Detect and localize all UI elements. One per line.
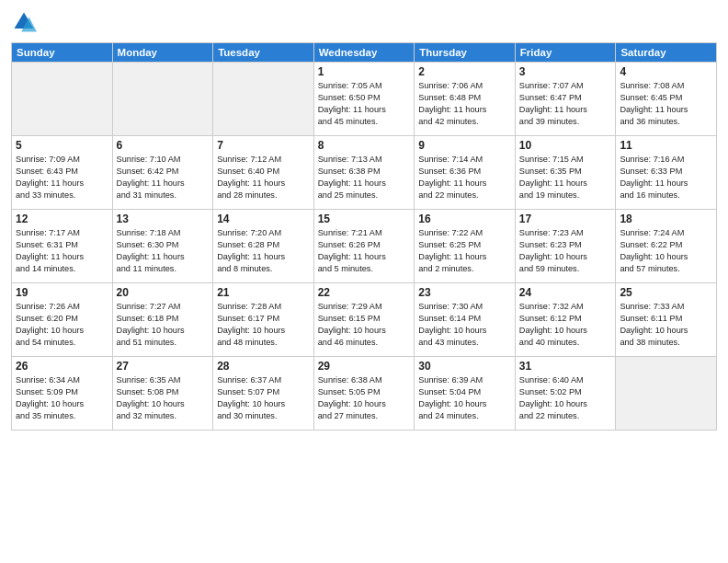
day-info: Sunrise: 7:12 AMSunset: 6:40 PMDaylight:… — [217, 154, 310, 201]
day-number: 31 — [519, 360, 612, 373]
day-number: 25 — [620, 286, 712, 299]
day-number: 30 — [418, 360, 511, 373]
day-info: Sunrise: 7:08 AMSunset: 6:45 PMDaylight:… — [620, 80, 712, 128]
day-number: 17 — [519, 213, 612, 225]
day-number: 20 — [117, 286, 210, 299]
day-cell: 9Sunrise: 7:14 AMSunset: 6:36 PMDaylight… — [415, 136, 516, 210]
day-cell: 28Sunrise: 6:37 AMSunset: 5:07 PMDayligh… — [213, 357, 314, 431]
day-info: Sunrise: 6:37 AMSunset: 5:07 PMDaylight:… — [217, 374, 310, 422]
day-info: Sunrise: 6:34 AMSunset: 5:09 PMDaylight:… — [16, 374, 108, 422]
day-info: Sunrise: 7:26 AMSunset: 6:20 PMDaylight:… — [16, 301, 108, 349]
day-cell: 31Sunrise: 6:40 AMSunset: 5:02 PMDayligh… — [515, 357, 616, 431]
day-number: 24 — [519, 286, 612, 299]
day-cell: 5Sunrise: 7:09 AMSunset: 6:43 PMDaylight… — [12, 136, 113, 210]
day-cell: 19Sunrise: 7:26 AMSunset: 6:20 PMDayligh… — [12, 283, 113, 357]
day-info: Sunrise: 7:23 AMSunset: 6:23 PMDaylight:… — [519, 227, 612, 275]
day-cell: 11Sunrise: 7:16 AMSunset: 6:33 PMDayligh… — [616, 136, 717, 210]
weekday-header-monday: Monday — [112, 43, 213, 63]
calendar-container: SundayMondayTuesdayWednesdayThursdayFrid… — [0, 0, 728, 563]
day-info: Sunrise: 7:15 AMSunset: 6:35 PMDaylight:… — [519, 154, 612, 201]
day-number: 29 — [318, 360, 411, 373]
day-info: Sunrise: 7:06 AMSunset: 6:48 PMDaylight:… — [418, 80, 511, 128]
day-info: Sunrise: 7:17 AMSunset: 6:31 PMDaylight:… — [16, 227, 108, 275]
day-number: 14 — [217, 213, 310, 225]
day-cell — [12, 63, 113, 136]
day-info: Sunrise: 7:21 AMSunset: 6:26 PMDaylight:… — [318, 227, 411, 275]
logo — [11, 9, 40, 35]
day-info: Sunrise: 7:07 AMSunset: 6:47 PMDaylight:… — [519, 80, 612, 128]
day-number: 27 — [117, 360, 210, 373]
day-info: Sunrise: 7:24 AMSunset: 6:22 PMDaylight:… — [620, 227, 712, 275]
day-cell: 2Sunrise: 7:06 AMSunset: 6:48 PMDaylight… — [415, 63, 516, 136]
day-cell: 24Sunrise: 7:32 AMSunset: 6:12 PMDayligh… — [515, 283, 616, 357]
day-cell: 6Sunrise: 7:10 AMSunset: 6:42 PMDaylight… — [112, 136, 213, 210]
day-info: Sunrise: 7:20 AMSunset: 6:28 PMDaylight:… — [217, 227, 310, 275]
day-number: 28 — [217, 360, 310, 373]
day-info: Sunrise: 7:10 AMSunset: 6:42 PMDaylight:… — [117, 154, 210, 201]
day-cell: 21Sunrise: 7:28 AMSunset: 6:17 PMDayligh… — [213, 283, 314, 357]
week-row-3: 12Sunrise: 7:17 AMSunset: 6:31 PMDayligh… — [12, 210, 717, 283]
day-info: Sunrise: 7:18 AMSunset: 6:30 PMDaylight:… — [117, 227, 210, 275]
week-row-1: 1Sunrise: 7:05 AMSunset: 6:50 PMDaylight… — [12, 63, 717, 136]
day-number: 6 — [117, 139, 210, 152]
day-number: 11 — [620, 139, 712, 152]
day-number: 3 — [519, 65, 612, 78]
day-number: 1 — [318, 65, 411, 78]
day-number: 19 — [16, 286, 108, 299]
day-number: 15 — [318, 213, 411, 225]
day-cell: 22Sunrise: 7:29 AMSunset: 6:15 PMDayligh… — [313, 283, 415, 357]
day-info: Sunrise: 6:38 AMSunset: 5:05 PMDaylight:… — [318, 374, 411, 422]
day-number: 23 — [418, 286, 511, 299]
day-cell: 30Sunrise: 6:39 AMSunset: 5:04 PMDayligh… — [415, 357, 516, 431]
day-cell: 12Sunrise: 7:17 AMSunset: 6:31 PMDayligh… — [12, 210, 113, 283]
day-cell: 7Sunrise: 7:12 AMSunset: 6:40 PMDaylight… — [213, 136, 314, 210]
day-info: Sunrise: 6:39 AMSunset: 5:04 PMDaylight:… — [418, 374, 511, 422]
day-cell: 3Sunrise: 7:07 AMSunset: 6:47 PMDaylight… — [515, 63, 616, 136]
day-number: 5 — [16, 139, 108, 152]
logo-icon — [11, 9, 37, 35]
day-cell — [616, 357, 717, 431]
day-number: 10 — [519, 139, 612, 152]
week-row-5: 26Sunrise: 6:34 AMSunset: 5:09 PMDayligh… — [12, 357, 717, 431]
day-cell — [213, 63, 314, 136]
day-info: Sunrise: 7:09 AMSunset: 6:43 PMDaylight:… — [16, 154, 108, 201]
day-info: Sunrise: 7:27 AMSunset: 6:18 PMDaylight:… — [117, 301, 210, 349]
day-info: Sunrise: 7:32 AMSunset: 6:12 PMDaylight:… — [519, 301, 612, 349]
day-cell: 29Sunrise: 6:38 AMSunset: 5:05 PMDayligh… — [313, 357, 415, 431]
day-number: 8 — [318, 139, 411, 152]
day-info: Sunrise: 7:33 AMSunset: 6:11 PMDaylight:… — [620, 301, 712, 349]
day-cell: 13Sunrise: 7:18 AMSunset: 6:30 PMDayligh… — [112, 210, 213, 283]
weekday-header-sunday: Sunday — [12, 43, 113, 63]
day-cell: 20Sunrise: 7:27 AMSunset: 6:18 PMDayligh… — [112, 283, 213, 357]
day-number: 4 — [620, 65, 712, 78]
day-info: Sunrise: 6:40 AMSunset: 5:02 PMDaylight:… — [519, 374, 612, 422]
weekday-header-tuesday: Tuesday — [213, 43, 314, 63]
day-number: 9 — [418, 139, 511, 152]
day-cell: 23Sunrise: 7:30 AMSunset: 6:14 PMDayligh… — [415, 283, 516, 357]
weekday-header-wednesday: Wednesday — [313, 43, 415, 63]
day-number: 16 — [418, 213, 511, 225]
day-number: 18 — [620, 213, 712, 225]
week-row-4: 19Sunrise: 7:26 AMSunset: 6:20 PMDayligh… — [12, 283, 717, 357]
day-info: Sunrise: 7:14 AMSunset: 6:36 PMDaylight:… — [418, 154, 511, 201]
day-cell: 25Sunrise: 7:33 AMSunset: 6:11 PMDayligh… — [616, 283, 717, 357]
weekday-header-saturday: Saturday — [616, 43, 717, 63]
day-cell: 14Sunrise: 7:20 AMSunset: 6:28 PMDayligh… — [213, 210, 314, 283]
header — [11, 9, 717, 35]
day-cell: 15Sunrise: 7:21 AMSunset: 6:26 PMDayligh… — [313, 210, 415, 283]
day-cell: 27Sunrise: 6:35 AMSunset: 5:08 PMDayligh… — [112, 357, 213, 431]
day-number: 13 — [117, 213, 210, 225]
day-info: Sunrise: 7:05 AMSunset: 6:50 PMDaylight:… — [318, 80, 411, 128]
day-number: 7 — [217, 139, 310, 152]
week-row-2: 5Sunrise: 7:09 AMSunset: 6:43 PMDaylight… — [12, 136, 717, 210]
day-number: 2 — [418, 65, 511, 78]
day-number: 21 — [217, 286, 310, 299]
day-info: Sunrise: 7:13 AMSunset: 6:38 PMDaylight:… — [318, 154, 411, 201]
day-number: 26 — [16, 360, 108, 373]
calendar-table: SundayMondayTuesdayWednesdayThursdayFrid… — [11, 42, 717, 431]
day-cell: 10Sunrise: 7:15 AMSunset: 6:35 PMDayligh… — [515, 136, 616, 210]
day-info: Sunrise: 7:30 AMSunset: 6:14 PMDaylight:… — [418, 301, 511, 349]
day-cell: 8Sunrise: 7:13 AMSunset: 6:38 PMDaylight… — [313, 136, 415, 210]
day-cell: 4Sunrise: 7:08 AMSunset: 6:45 PMDaylight… — [616, 63, 717, 136]
day-cell: 1Sunrise: 7:05 AMSunset: 6:50 PMDaylight… — [313, 63, 415, 136]
